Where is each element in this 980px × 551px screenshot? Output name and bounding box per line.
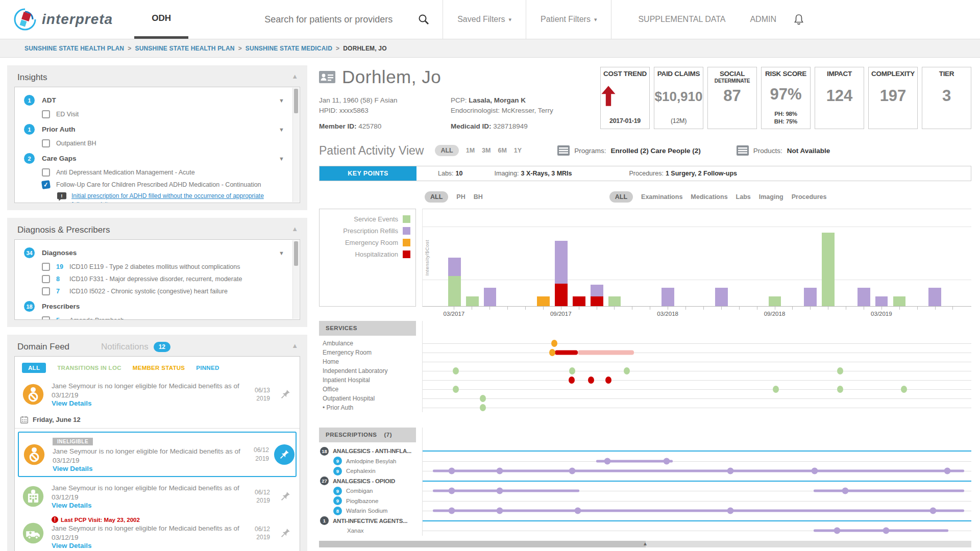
tab-labs[interactable]: Labs:10: [438, 166, 463, 181]
filter-bh[interactable]: BH: [474, 193, 483, 201]
feed-item-date: 06/122019: [246, 488, 270, 505]
checkbox[interactable]: [42, 263, 50, 271]
metric-value: 97%: [762, 85, 810, 104]
scrollbar[interactable]: [292, 240, 299, 319]
axis-tick-label: 03/2017: [444, 311, 465, 317]
checkbox[interactable]: [42, 139, 50, 147]
track-line: [423, 408, 971, 408]
list-item: 19ICD10 E119 - Type 2 diabetes mollitus …: [15, 261, 300, 273]
tab-key-points[interactable]: KEY POINTS: [320, 166, 416, 181]
brand[interactable]: interpreta: [13, 0, 113, 39]
checkbox[interactable]: [42, 316, 50, 320]
checkbox[interactable]: [42, 110, 50, 118]
programs-group[interactable]: Programs: Enrolled (2) Care People (2): [557, 145, 701, 156]
activity-title: Patient Activity View: [319, 144, 424, 158]
member-ineligible-icon: [23, 443, 45, 466]
filter-all[interactable]: ALL: [425, 191, 448, 203]
feed-chip-pinned[interactable]: PINNED: [196, 365, 219, 371]
tab-imaging[interactable]: Imaging:3 X-Rays, 3 MRIs: [495, 166, 572, 181]
feed-item[interactable]: INELIGIBLEJane Seymour is no longer elig…: [18, 432, 297, 477]
filter-ph[interactable]: PH: [456, 193, 465, 201]
supplemental-data-link[interactable]: SUPPLEMENTAL DATA: [626, 0, 738, 39]
bar-segment: [484, 288, 497, 306]
saved-filters-menu[interactable]: Saved Filters▾: [443, 0, 526, 39]
notifications-bell[interactable]: [789, 0, 809, 39]
service-event-dot: [901, 386, 907, 393]
filter-labs[interactable]: Labs: [736, 193, 751, 201]
insights-group-2[interactable]: 2Care Gaps▼: [15, 149, 300, 166]
feed-chip-all[interactable]: ALL: [22, 363, 46, 373]
range-1m[interactable]: 1M: [466, 147, 475, 154]
insights-group-0[interactable]: 1ADT▼: [15, 91, 300, 108]
admin-link[interactable]: ADMIN: [738, 0, 789, 39]
chevron-down-icon[interactable]: ▼: [279, 250, 284, 256]
feed-item[interactable]: Jane Seymour is no longer eligible for M…: [15, 480, 300, 513]
legend-swatch: [403, 239, 410, 246]
collapse-up-icon[interactable]: ▲: [643, 541, 648, 546]
view-details-link[interactable]: View Details: [52, 502, 246, 509]
rx-refill-dot: [496, 468, 503, 474]
diagnosis-group-1[interactable]: 18Prescribers: [15, 297, 300, 314]
collapse-icon[interactable]: ▲: [291, 342, 298, 349]
rx-refill-dot: [448, 488, 455, 494]
filter-imaging[interactable]: Imaging: [759, 193, 783, 201]
pin-button[interactable]: [275, 523, 296, 543]
filter-examinations[interactable]: Examinations: [641, 193, 682, 201]
breadcrumb-link-2[interactable]: SUNSHINE STATE HEALTH PLAN: [135, 45, 234, 52]
feed-item-text: Jane Seymour is no longer eligible for M…: [53, 447, 244, 465]
breadcrumb-link-3[interactable]: SUNSHINE STATE MEDICAID: [246, 45, 332, 52]
filter-all[interactable]: ALL: [609, 191, 633, 203]
chevron-down-icon[interactable]: ▼: [279, 156, 284, 162]
range-1y[interactable]: 1Y: [514, 147, 522, 154]
rx-label: Combigan: [346, 488, 373, 494]
collapse-icon[interactable]: ▲: [291, 72, 298, 80]
chevron-down-icon[interactable]: ▼: [279, 97, 284, 104]
pin-button[interactable]: [275, 486, 296, 507]
products-group[interactable]: Products: Not Available: [737, 145, 830, 156]
range-all[interactable]: ALL: [435, 145, 458, 156]
collapse-icon[interactable]: ▲: [291, 225, 298, 233]
tab-procedures[interactable]: Procedures:1 Surgery, 2 Follow-ups: [629, 166, 737, 181]
tab-odh[interactable]: ODH: [134, 0, 188, 39]
view-details-link[interactable]: View Details: [52, 399, 246, 407]
rx-count-badge: 9: [333, 467, 342, 475]
ambulance-icon: [22, 522, 44, 544]
filter-procedures[interactable]: Procedures: [792, 193, 827, 201]
pin-button[interactable]: [275, 384, 296, 405]
item-label: ICD10 I5022 - Chronic systolic (congesti…: [69, 287, 228, 295]
filter-medications[interactable]: Medications: [691, 193, 727, 201]
feed-chip-transitions-in-loc[interactable]: TRANSITIONS IN LOC: [57, 365, 121, 371]
search-icon[interactable]: [418, 14, 429, 25]
activity-subfilters: ALLPHBH ALLExaminationsMedicationsLabsIm…: [319, 191, 971, 203]
insight-note-link[interactable]: Initial prescription for ADHD filled wit…: [71, 192, 265, 203]
feed-item[interactable]: !Last PCP Visit: May 23, 2002Jane Seymou…: [15, 513, 300, 551]
insights-group-1[interactable]: 1Prior Auth▼: [15, 120, 300, 137]
horizontal-scrollbar[interactable]: ▲: [319, 541, 971, 547]
diagnosis-group-0[interactable]: 34Diagnoses▼: [15, 244, 300, 261]
range-3m[interactable]: 3M: [482, 147, 491, 154]
view-details-link[interactable]: View Details: [53, 465, 244, 472]
axis-tick: [525, 307, 526, 310]
rx-refill-dot: [727, 508, 734, 514]
bar-segment: [769, 296, 781, 306]
item-label: ICD10 F331 - Major depressive disorder, …: [69, 275, 242, 283]
patient-dob: Jan 11, 1960 (58) F Asian: [319, 95, 451, 106]
checkbox[interactable]: [42, 275, 50, 283]
feed-chip-member-status[interactable]: MEMBER STATUS: [133, 365, 185, 371]
chart-legend: Service EventsPrescription RefillsEmerge…: [319, 209, 416, 307]
breadcrumb-link-1[interactable]: SUNSHINE STATE HEALTH PLAN: [24, 45, 124, 52]
range-6m[interactable]: 6M: [498, 147, 506, 154]
activity-header-row: Patient Activity View ALL1M3M6M1Y Progra…: [319, 144, 971, 158]
pin-button-active[interactable]: [274, 444, 295, 465]
feed-item[interactable]: Jane Seymour is no longer eligible for M…: [15, 378, 300, 411]
checkbox-checked[interactable]: ✓: [41, 180, 51, 189]
list-item: ED Visit: [15, 108, 300, 120]
checkbox[interactable]: [42, 168, 50, 177]
scrollbar[interactable]: [292, 88, 299, 202]
search-input[interactable]: [264, 14, 410, 25]
chevron-down-icon[interactable]: ▼: [279, 127, 284, 133]
checkbox[interactable]: [42, 287, 50, 295]
scrollbar-thumb[interactable]: [319, 541, 646, 547]
patient-filters-menu[interactable]: Patient Filters▾: [526, 0, 611, 39]
view-details-link[interactable]: View Details: [52, 542, 246, 549]
